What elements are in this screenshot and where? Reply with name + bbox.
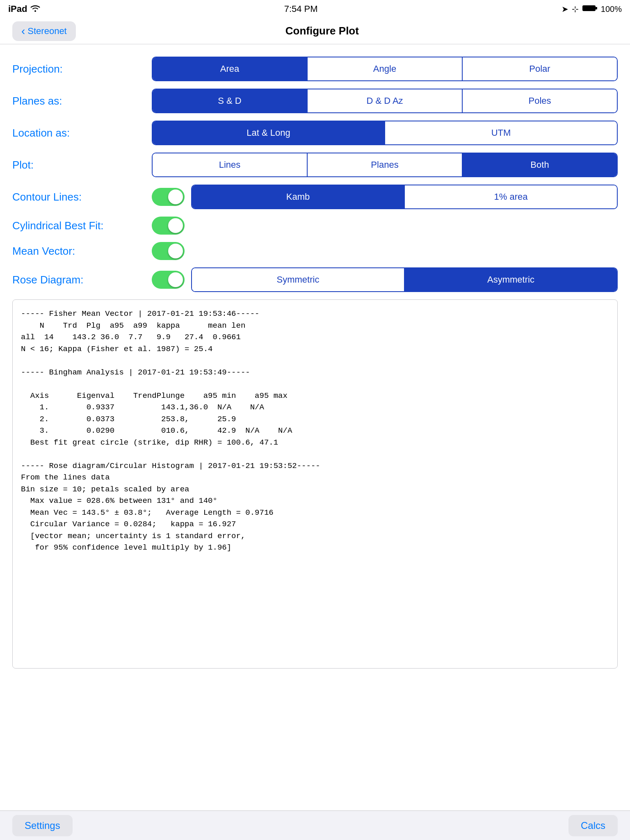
plot-option-both[interactable]: Both <box>463 153 617 176</box>
status-right: ➤ ⊹ 100% <box>562 4 622 14</box>
contour-option-1pct[interactable]: 1% area <box>405 185 617 208</box>
projection-option-angle[interactable]: Angle <box>308 57 463 80</box>
mean-vector-toggle[interactable] <box>152 242 185 260</box>
plot-segmented: Lines Planes Both <box>152 153 618 177</box>
projection-segmented: Area Angle Polar <box>152 57 618 81</box>
rose-diagram-toggle[interactable] <box>152 271 185 289</box>
location-option-utm[interactable]: UTM <box>385 121 617 144</box>
planes-option-sd[interactable]: S & D <box>153 89 308 112</box>
cylindrical-toggle-thumb <box>168 218 183 233</box>
wifi-icon <box>30 4 40 14</box>
contour-method-segmented: Kamb 1% area <box>191 185 618 209</box>
contour-toggle-track <box>152 188 185 206</box>
mean-vector-label: Mean Vector: <box>12 245 152 258</box>
contour-toggle-seg: Kamb 1% area <box>152 185 618 209</box>
planes-option-ddaz[interactable]: D & D Az <box>308 89 463 112</box>
settings-button[interactable]: Settings <box>12 815 73 836</box>
projection-row: Projection: Area Angle Polar <box>12 57 618 81</box>
location-as-segmented: Lat & Long UTM <box>152 121 618 145</box>
plot-option-lines[interactable]: Lines <box>153 153 308 176</box>
rose-toggle-thumb <box>168 272 183 287</box>
calcs-button[interactable]: Calcs <box>568 815 618 836</box>
rose-diagram-row: Rose Diagram: Symmetric Asymmetric <box>12 267 618 292</box>
contour-toggle-thumb <box>168 189 183 204</box>
projection-option-area[interactable]: Area <box>153 57 308 80</box>
contour-lines-toggle[interactable] <box>152 188 185 206</box>
bottom-bar: Settings Calcs <box>0 810 630 840</box>
rose-diagram-label: Rose Diagram: <box>12 274 152 286</box>
rose-option-asymmetric[interactable]: Asymmetric <box>405 268 617 291</box>
contour-lines-row: Contour Lines: Kamb 1% area <box>12 185 618 209</box>
back-button[interactable]: Stereonet <box>12 21 76 41</box>
planes-as-row: Planes as: S & D D & D Az Poles <box>12 89 618 113</box>
location-option-latlong[interactable]: Lat & Long <box>153 121 385 144</box>
plot-label: Plot: <box>12 159 152 171</box>
page-title: Configure Plot <box>285 25 359 37</box>
main-content: Projection: Area Angle Polar Planes as: … <box>0 44 630 810</box>
bluetooth-icon: ⊹ <box>572 4 579 14</box>
mean-vector-toggle-thumb <box>168 244 183 258</box>
contour-option-kamb[interactable]: Kamb <box>192 185 405 208</box>
contour-lines-label: Contour Lines: <box>12 191 152 203</box>
location-as-row: Location as: Lat & Long UTM <box>12 121 618 145</box>
rose-toggle-seg: Symmetric Asymmetric <box>152 267 618 292</box>
cylindrical-best-fit-row: Cylindrical Best Fit: <box>12 217 618 235</box>
rose-option-symmetric[interactable]: Symmetric <box>192 268 405 291</box>
cylindrical-best-fit-label: Cylindrical Best Fit: <box>12 219 152 232</box>
location-icon: ➤ <box>562 4 568 14</box>
projection-label: Projection: <box>12 63 152 75</box>
svg-rect-0 <box>582 5 596 11</box>
projection-option-polar[interactable]: Polar <box>463 57 617 80</box>
cylindrical-toggle-track <box>152 217 185 235</box>
output-text-area: ----- Fisher Mean Vector | 2017-01-21 19… <box>12 299 618 669</box>
planes-option-poles[interactable]: Poles <box>463 89 617 112</box>
cylindrical-toggle[interactable] <box>152 217 185 235</box>
planes-as-label: Planes as: <box>12 95 152 107</box>
nav-bar: Stereonet Configure Plot <box>0 18 630 44</box>
planes-as-segmented: S & D D & D Az Poles <box>152 89 618 113</box>
status-bar: iPad 7:54 PM ➤ ⊹ 100% <box>0 0 630 18</box>
mean-vector-toggle-track <box>152 242 185 260</box>
location-as-label: Location as: <box>12 127 152 139</box>
ipad-label: iPad <box>8 4 27 14</box>
svg-rect-1 <box>596 7 597 9</box>
status-left: iPad <box>8 4 40 14</box>
plot-row: Plot: Lines Planes Both <box>12 153 618 177</box>
plot-option-planes[interactable]: Planes <box>308 153 463 176</box>
rose-toggle-track <box>152 271 185 289</box>
rose-type-segmented: Symmetric Asymmetric <box>191 267 618 292</box>
battery-icon <box>582 4 598 14</box>
mean-vector-row: Mean Vector: <box>12 242 618 260</box>
status-time: 7:54 PM <box>284 4 318 14</box>
battery-percent: 100% <box>601 5 622 14</box>
